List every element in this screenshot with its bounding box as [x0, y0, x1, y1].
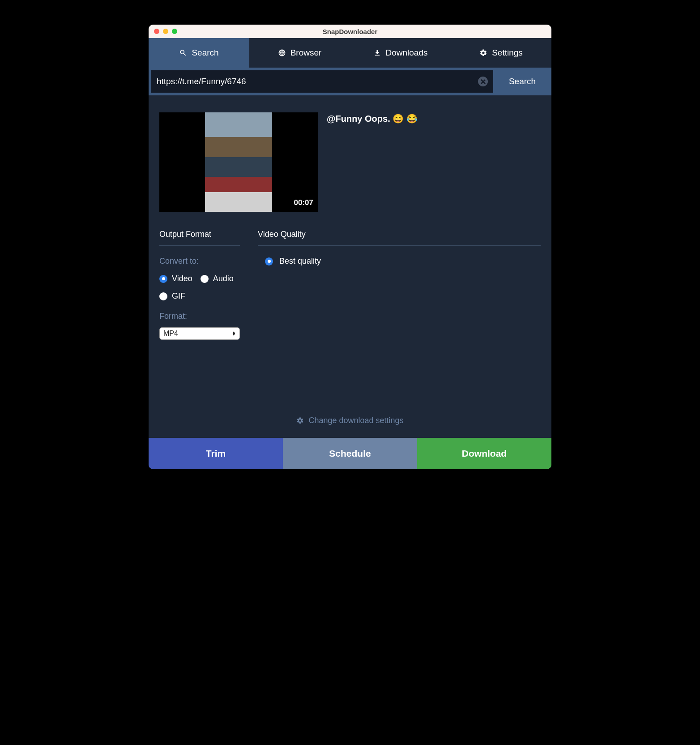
convert-to-label: Convert to:: [159, 257, 240, 266]
download-button-label: Download: [462, 448, 507, 459]
gear-icon: [479, 49, 487, 57]
tab-search-label: Search: [192, 48, 218, 58]
gear-icon: [296, 417, 304, 424]
quality-best-row[interactable]: Best quality: [265, 257, 541, 266]
radio-video-label: Video: [172, 274, 192, 283]
radio-icon: [201, 275, 209, 283]
tab-downloads-label: Downloads: [386, 48, 428, 58]
searchbar-container: Search: [149, 68, 551, 95]
radio-icon: [265, 257, 273, 265]
video-quality-column: Video Quality Best quality: [258, 230, 541, 340]
main-tabs: Search Browser Downloads Settings: [149, 38, 551, 68]
tab-settings[interactable]: Settings: [451, 38, 551, 68]
tab-browser-label: Browser: [290, 48, 322, 58]
radio-audio[interactable]: Audio: [201, 274, 234, 283]
quality-best-label: Best quality: [279, 257, 321, 266]
radio-audio-label: Audio: [213, 274, 234, 283]
schedule-button-label: Schedule: [329, 448, 371, 459]
maximize-window-button[interactable]: [172, 29, 177, 34]
radio-icon: [159, 292, 167, 300]
radio-icon: [159, 275, 167, 283]
close-icon: [481, 79, 486, 84]
format-label: Format:: [159, 312, 240, 321]
globe-icon: [278, 49, 286, 57]
radio-video[interactable]: Video: [159, 274, 192, 283]
convert-to-radios-2: GIF: [159, 291, 240, 301]
download-icon: [373, 49, 381, 57]
video-thumbnail[interactable]: 00:07: [159, 112, 318, 212]
search-button-label: Search: [509, 77, 536, 86]
output-format-header: Output Format: [159, 230, 240, 246]
change-download-settings-link[interactable]: Change download settings: [159, 416, 541, 438]
trim-button[interactable]: Trim: [149, 438, 283, 469]
radio-gif-label: GIF: [172, 291, 185, 301]
video-title: @Funny Oops. 😄 😂: [327, 112, 418, 124]
content-area: 00:07 @Funny Oops. 😄 😂 Output Format Con…: [149, 95, 551, 438]
thumbnail-image: [205, 112, 272, 212]
tab-browser[interactable]: Browser: [249, 38, 350, 68]
clear-input-button[interactable]: [478, 77, 488, 86]
schedule-button[interactable]: Schedule: [283, 438, 417, 469]
change-download-settings-label: Change download settings: [308, 416, 403, 425]
titlebar: SnapDownloader: [149, 25, 551, 38]
window-title: SnapDownloader: [323, 28, 378, 35]
radio-gif[interactable]: GIF: [159, 291, 185, 301]
app-window: SnapDownloader Search Browser Downloads …: [149, 25, 551, 469]
video-quality-header: Video Quality: [258, 230, 541, 246]
tab-search[interactable]: Search: [149, 38, 249, 68]
trim-button-label: Trim: [206, 448, 226, 459]
footer-buttons: Trim Schedule Download: [149, 438, 551, 469]
select-arrows-icon: ▲▼: [232, 331, 236, 336]
download-button[interactable]: Download: [417, 438, 551, 469]
traffic-lights: [154, 29, 177, 34]
tab-downloads[interactable]: Downloads: [350, 38, 451, 68]
tab-settings-label: Settings: [492, 48, 523, 58]
options-area: Output Format Convert to: Video Audio: [159, 230, 541, 340]
result-row: 00:07 @Funny Oops. 😄 😂: [159, 112, 541, 212]
search-icon: [179, 49, 187, 57]
minimize-window-button[interactable]: [163, 29, 168, 34]
convert-to-radios: Video Audio: [159, 274, 240, 283]
format-select[interactable]: MP4 ▲▼: [159, 327, 240, 340]
video-duration: 00:07: [294, 198, 313, 207]
search-button[interactable]: Search: [493, 70, 551, 93]
format-selected-value: MP4: [163, 330, 178, 338]
searchbar-row: Search: [149, 68, 551, 95]
searchbar: [151, 70, 493, 93]
output-format-column: Output Format Convert to: Video Audio: [159, 230, 240, 340]
close-window-button[interactable]: [154, 29, 159, 34]
url-input[interactable]: [157, 77, 478, 86]
